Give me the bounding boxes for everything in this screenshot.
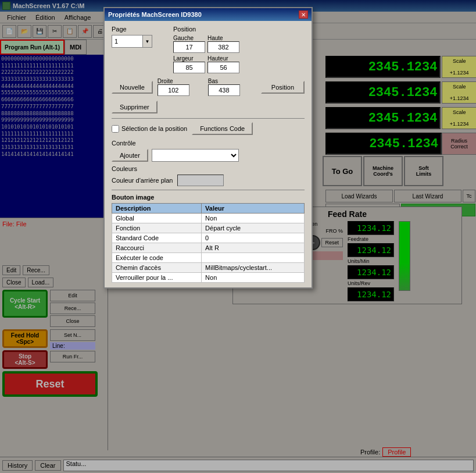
bas-input[interactable]: [208, 84, 240, 96]
haute-input[interactable]: [207, 41, 239, 53]
table-row: Global Non: [112, 214, 305, 223]
couleur-bg-row: Couleur d'arrière plan: [112, 175, 305, 186]
ajouter-button[interactable]: Ajouter: [112, 149, 148, 162]
hauteur-field: Hauteur: [207, 55, 239, 73]
droite-label: Droite: [158, 78, 206, 84]
row-val-4: [202, 253, 305, 263]
nouvelle-button[interactable]: Nouvelle: [112, 81, 153, 94]
droite-field: Droite: [158, 78, 206, 96]
row-desc-1: Fonction: [112, 223, 202, 233]
page-combo[interactable]: 1 ▼: [112, 35, 152, 48]
bas-label: Bas: [208, 78, 256, 84]
row-desc-5: Chemin d'accès: [112, 263, 202, 273]
page-label: Page: [112, 26, 164, 33]
properties-table: Description Valeur Global Non Fonction D…: [112, 203, 305, 283]
modal-title: Propriétés MachScreen ID9380: [108, 11, 202, 18]
modal-titlebar: Propriétés MachScreen ID9380 ✕: [105, 8, 312, 21]
page-position-row: Page 1 ▼ Position Gauche Haute: [112, 26, 305, 73]
gauche-input[interactable]: [173, 41, 205, 53]
droite-bas-grid: Droite Bas: [158, 78, 256, 96]
hauteur-label: Hauteur: [207, 55, 239, 62]
position-grid: Gauche Haute Largeur Hauteur: [173, 35, 239, 73]
separator-1: [112, 118, 305, 119]
selection-label: Sélection de la position: [121, 125, 187, 132]
modal-dialog: Propriétés MachScreen ID9380 ✕ Page 1 ▼ …: [103, 7, 313, 289]
page-section: Page 1 ▼: [112, 26, 164, 73]
table-row: Standard Code 0: [112, 233, 305, 243]
bas-field: Bas: [208, 78, 256, 96]
controle-row: Ajouter: [112, 149, 305, 162]
row-val-0: Non: [202, 214, 305, 223]
largeur-field: Largeur: [173, 55, 205, 73]
modal-close-button[interactable]: ✕: [299, 10, 308, 19]
selection-row: Sélection de la position Functions Code: [112, 122, 305, 135]
droite-input[interactable]: [158, 84, 189, 96]
page-value: 1: [112, 38, 142, 45]
bouton-image-label: Bouton image: [112, 194, 305, 201]
position-title: Position: [173, 26, 239, 33]
supprimer-row: Supprimer: [112, 101, 305, 113]
hauteur-input[interactable]: [207, 62, 239, 73]
row-desc-6: Verrouiller pour la ...: [112, 273, 202, 283]
largeur-input[interactable]: [173, 62, 205, 73]
row-desc-3: Raccourci: [112, 243, 202, 253]
controle-label: Contrôle: [112, 140, 305, 147]
page-dropdown-arrow[interactable]: ▼: [142, 35, 152, 47]
selection-checkbox[interactable]: [112, 125, 119, 133]
table-row: Raccourci Alt R: [112, 243, 305, 253]
largeur-label: Largeur: [173, 55, 205, 62]
color-swatch[interactable]: [177, 175, 224, 186]
gauche-label: Gauche: [173, 35, 205, 41]
functions-code-button[interactable]: Functions Code: [192, 122, 253, 135]
selection-checkbox-group: Sélection de la position: [112, 125, 187, 133]
table-row: Fonction Départ cycle: [112, 223, 305, 233]
couleurs-label: Couleurs: [112, 165, 305, 172]
table-row: Verrouiller pour la ... Non: [112, 273, 305, 283]
row-val-2: 0: [202, 233, 305, 243]
row-desc-4: Exécuter le code: [112, 253, 202, 263]
col-valeur: Valeur: [202, 204, 305, 214]
supprimer-button[interactable]: Supprimer: [112, 101, 158, 113]
row-desc-0: Global: [112, 214, 202, 223]
row-desc-2: Standard Code: [112, 233, 202, 243]
gauche-field: Gauche: [173, 35, 205, 53]
row-val-1: Départ cycle: [202, 223, 305, 233]
couleurs-section: Couleurs Couleur d'arrière plan: [112, 165, 305, 186]
controle-select[interactable]: [152, 149, 239, 162]
couleur-bg-label: Couleur d'arrière plan: [112, 177, 173, 184]
row-val-3: Alt R: [202, 243, 305, 253]
position-section: Position Gauche Haute Largeur: [173, 26, 239, 73]
row-val-5: MillBitmaps/cyclestart...: [202, 263, 305, 273]
col-description: Description: [112, 204, 202, 214]
nouvelle-suppr-row: Nouvelle Droite Bas Position: [112, 78, 305, 96]
haute-field: Haute: [207, 35, 239, 53]
table-row: Exécuter le code: [112, 253, 305, 263]
table-row: Chemin d'accès MillBitmaps/cyclestart...: [112, 263, 305, 273]
modal-content: Page 1 ▼ Position Gauche Haute: [105, 21, 312, 287]
haute-label: Haute: [207, 35, 239, 41]
separator-2: [112, 190, 305, 190]
controle-section: Contrôle Ajouter: [112, 140, 305, 162]
position-button[interactable]: Position: [261, 81, 305, 94]
row-val-6: Non: [202, 273, 305, 283]
